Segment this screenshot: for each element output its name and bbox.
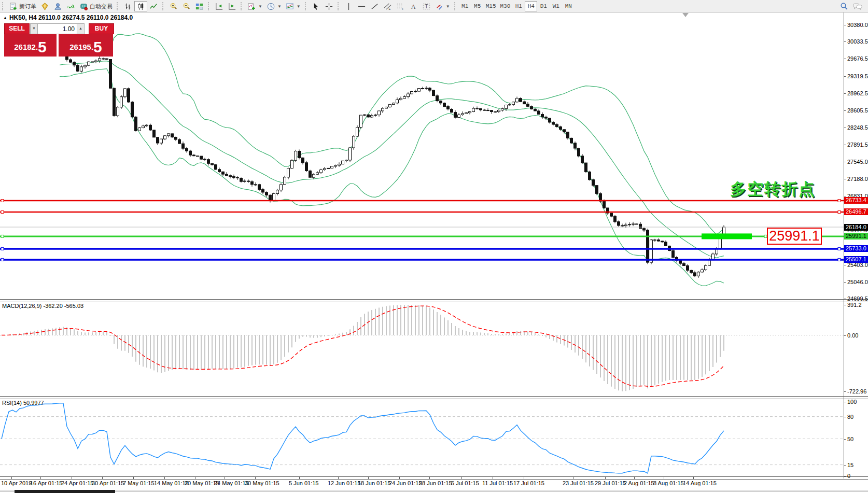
line-chart-mode-button[interactable] bbox=[147, 1, 160, 11]
time-tick bbox=[664, 476, 664, 479]
crystal-icon bbox=[40, 2, 49, 11]
price-tick bbox=[844, 110, 846, 111]
crosshair-tool-button[interactable] bbox=[323, 1, 335, 11]
svg-text:F: F bbox=[402, 7, 404, 10]
macd-tick-label: -722.96 bbox=[847, 388, 866, 395]
volume-decrease-button[interactable]: ▼ bbox=[30, 23, 38, 34]
bid-big-digit: 5 bbox=[38, 39, 47, 55]
line-handle[interactable] bbox=[838, 247, 841, 250]
hline-tool-button[interactable] bbox=[355, 1, 368, 11]
toolbar-right bbox=[839, 2, 868, 11]
time-tick-label: 2 Aug 01:15 bbox=[624, 480, 654, 486]
macd-signal-line bbox=[2, 306, 724, 386]
line-handle[interactable] bbox=[838, 200, 841, 202]
candlestick-mode-button[interactable] bbox=[134, 1, 147, 11]
text-tool-button[interactable]: A bbox=[407, 1, 420, 11]
timeframe-button-M1[interactable]: M1 bbox=[459, 1, 471, 11]
line-handle[interactable] bbox=[1, 235, 4, 237]
buy-button[interactable]: BUY bbox=[89, 23, 114, 34]
bid-price-block[interactable]: 26182.5 bbox=[4, 34, 57, 57]
timeframe-button-H4[interactable]: H4 bbox=[525, 1, 537, 11]
accounts-button[interactable] bbox=[51, 1, 64, 11]
search-icon[interactable] bbox=[839, 2, 848, 11]
highlight-rectangle[interactable] bbox=[702, 233, 752, 239]
svg-text:E: E bbox=[388, 7, 390, 10]
price-callout-label[interactable]: 25991.1 bbox=[767, 228, 822, 245]
time-tick-label: 24 Jun 01:15 bbox=[389, 480, 422, 486]
annotation-text[interactable]: 多空转折点 bbox=[730, 178, 816, 200]
periods-button[interactable]: ▼ bbox=[264, 1, 284, 11]
timeframe-button-H1[interactable]: H1 bbox=[512, 1, 525, 11]
zoom-in-icon bbox=[169, 2, 178, 11]
chart-shift-marker-icon[interactable] bbox=[682, 13, 689, 17]
autotrading-button[interactable]: 自动交易 bbox=[77, 1, 115, 11]
rsi-tick-label: 50 bbox=[847, 436, 853, 442]
vline-tool-button[interactable] bbox=[342, 1, 355, 11]
ask-price-block[interactable]: 26195.5 bbox=[59, 34, 113, 57]
clock-icon bbox=[267, 2, 275, 11]
timeframe-button-M5[interactable]: M5 bbox=[471, 1, 484, 11]
line-handle[interactable] bbox=[838, 258, 841, 261]
tile-windows-button[interactable] bbox=[193, 1, 206, 11]
trendline-tool-button[interactable] bbox=[368, 1, 381, 11]
macd-label: MACD(12,26,9) -362.20 -565.03 bbox=[2, 303, 83, 309]
zoom-in-button[interactable] bbox=[167, 1, 180, 11]
rsi-tick-label: 80 bbox=[847, 414, 853, 420]
arrows-tool-button[interactable]: ▼ bbox=[433, 1, 452, 11]
volume-increase-button[interactable]: ▲ bbox=[77, 23, 85, 34]
time-tick-label: 24 May 01:15 bbox=[214, 480, 249, 486]
toolbar: 新订单 自动交易 bbox=[0, 0, 868, 13]
dropdown-caret: ▼ bbox=[446, 4, 450, 9]
volume-input[interactable] bbox=[37, 23, 77, 34]
signals-button[interactable] bbox=[64, 1, 77, 11]
time-tick bbox=[195, 476, 195, 479]
timeframe-button-W1[interactable]: W1 bbox=[550, 1, 562, 11]
time-tick bbox=[40, 476, 41, 479]
time-tick bbox=[573, 476, 573, 479]
auto-scroll-button[interactable] bbox=[226, 1, 239, 11]
chat-icon[interactable] bbox=[852, 2, 863, 11]
price-line-label-26184.0: 26184.0 bbox=[844, 224, 868, 231]
fibonacci-tool-button[interactable]: F bbox=[394, 1, 407, 11]
line-handle[interactable] bbox=[838, 211, 841, 214]
time-tick bbox=[72, 476, 72, 479]
new-order-button[interactable]: 新订单 bbox=[7, 1, 38, 11]
fibonacci-icon: F bbox=[396, 2, 405, 11]
time-tick-label: 29 Jul 01:15 bbox=[595, 480, 626, 486]
dropdown-caret: ▼ bbox=[277, 4, 282, 9]
price-tick-label: 24699.5 bbox=[847, 295, 868, 302]
channel-tool-button[interactable]: E bbox=[381, 1, 394, 11]
zoom-out-button[interactable] bbox=[180, 1, 193, 11]
chart-title: ▲ HK50, H4 26110.0 26274.5 26110.0 26184… bbox=[3, 14, 133, 21]
bar-chart-mode-button[interactable] bbox=[121, 1, 134, 11]
timeframe-button-M15[interactable]: M15 bbox=[484, 1, 498, 11]
rsi-tick bbox=[844, 402, 846, 402]
new-order-label: 新订单 bbox=[19, 3, 36, 10]
time-tick-label: 7 May 01:15 bbox=[123, 480, 155, 486]
timeframe-button-MN[interactable]: MN bbox=[562, 1, 575, 11]
text-label-icon: T bbox=[422, 2, 431, 11]
line-handle[interactable] bbox=[1, 247, 4, 250]
price-tick bbox=[844, 179, 846, 179]
templates-button[interactable]: ▼ bbox=[284, 1, 303, 11]
rsi-panel bbox=[0, 398, 844, 476]
label-tool-button[interactable]: T bbox=[420, 1, 433, 11]
chart-shift-button[interactable] bbox=[213, 1, 226, 11]
time-tick bbox=[164, 476, 165, 479]
indicators-button[interactable]: ▼ bbox=[245, 1, 264, 11]
line-handle[interactable] bbox=[1, 211, 4, 214]
cursor-tool-button[interactable] bbox=[310, 1, 323, 11]
chart-scrollbar[interactable] bbox=[0, 490, 868, 493]
data-window-button[interactable] bbox=[38, 1, 51, 11]
scrollbar-thumb[interactable] bbox=[15, 490, 115, 493]
time-tick-label: 5 Jun 01:15 bbox=[289, 480, 319, 486]
rsi-tick bbox=[844, 439, 846, 440]
sell-button[interactable]: SELL bbox=[4, 23, 30, 34]
timeframe-button-D1[interactable]: D1 bbox=[537, 1, 550, 11]
collapse-triangle-icon[interactable]: ▲ bbox=[3, 16, 7, 20]
price-tick-label: 27545.0 bbox=[847, 159, 868, 165]
line-handle[interactable] bbox=[1, 258, 4, 261]
line-handle[interactable] bbox=[1, 200, 4, 202]
timeframe-button-M30[interactable]: M30 bbox=[498, 1, 513, 11]
toolbar-grip bbox=[454, 2, 457, 10]
